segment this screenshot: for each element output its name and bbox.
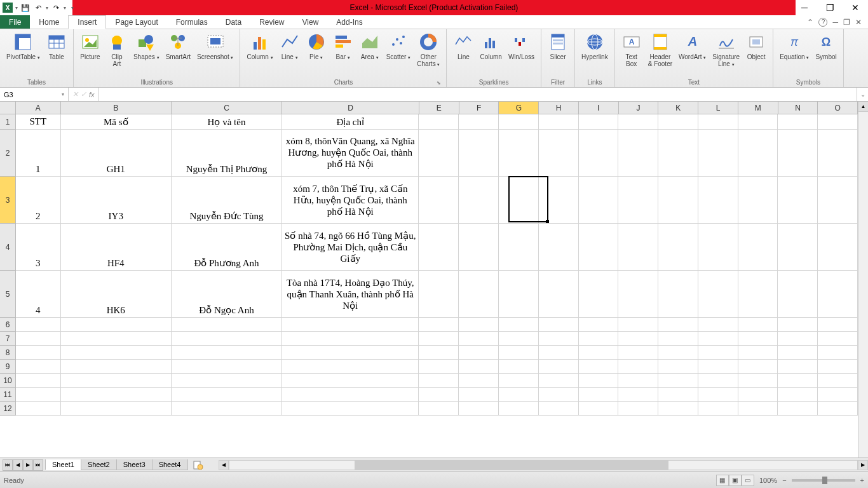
cell-M4[interactable]	[738, 224, 778, 271]
symbol-button[interactable]: ΩSymbol	[813, 30, 839, 78]
screenshot-button[interactable]: Screenshot ▾	[194, 30, 236, 78]
cell-O6[interactable]	[818, 318, 858, 332]
zoom-slider[interactable]	[792, 479, 855, 482]
cell-L8[interactable]	[698, 346, 738, 360]
cell-J1[interactable]	[618, 114, 658, 130]
cell-O7[interactable]	[818, 332, 858, 346]
row-header-10[interactable]: 10	[0, 374, 16, 388]
name-box-dropdown-icon[interactable]: ▾	[62, 92, 64, 97]
line-button[interactable]: Line ▾	[277, 30, 302, 78]
cell-N4[interactable]	[778, 224, 818, 271]
cell-I10[interactable]	[579, 374, 619, 388]
cell-E2[interactable]	[419, 130, 459, 177]
column-header-N[interactable]: N	[778, 102, 818, 114]
cell-A2[interactable]: 1	[16, 130, 61, 177]
tab-formulas[interactable]: Formulas	[167, 15, 217, 29]
tab-page-layout[interactable]: Page Layout	[106, 15, 166, 29]
dialog-launcher-icon[interactable]: ⬊	[437, 80, 441, 86]
sheet-last-icon[interactable]: ⏭	[33, 459, 43, 471]
tab-review[interactable]: Review	[250, 15, 293, 29]
close-button[interactable]: ✕	[843, 0, 868, 15]
cell-M6[interactable]	[738, 318, 778, 332]
cell-L4[interactable]	[698, 224, 738, 271]
tab-add-ins[interactable]: Add-Ins	[327, 15, 371, 29]
excel-logo-icon[interactable]: X	[3, 3, 13, 13]
cell-C2[interactable]: Nguyễn Thị Phương	[172, 130, 282, 177]
cell-N9[interactable]	[778, 360, 818, 374]
cell-G8[interactable]	[499, 346, 539, 360]
column-header-H[interactable]: H	[539, 102, 579, 114]
wordart-button[interactable]: AWordArt ▾	[676, 30, 709, 78]
cell-K12[interactable]	[658, 402, 698, 416]
zoom-out-button[interactable]: −	[782, 477, 786, 484]
cell-K10[interactable]	[658, 374, 698, 388]
equation-button[interactable]: πEquation ▾	[777, 30, 811, 78]
hscroll-track[interactable]	[229, 460, 858, 470]
cell-H5[interactable]	[539, 271, 579, 318]
cell-H11[interactable]	[539, 388, 579, 402]
cell-K8[interactable]	[658, 346, 698, 360]
cell-O9[interactable]	[818, 360, 858, 374]
cell-I8[interactable]	[579, 346, 619, 360]
cell-K6[interactable]	[658, 318, 698, 332]
picture-button[interactable]: Picture	[78, 30, 103, 78]
cell-E6[interactable]	[419, 318, 459, 332]
cell-A9[interactable]	[16, 360, 61, 374]
cell-N7[interactable]	[778, 332, 818, 346]
cell-I2[interactable]	[579, 130, 619, 177]
cell-G7[interactable]	[499, 332, 539, 346]
cell-B11[interactable]	[61, 388, 172, 402]
cell-C12[interactable]	[172, 402, 282, 416]
cell-H1[interactable]	[539, 114, 579, 130]
cell-E12[interactable]	[419, 402, 459, 416]
cell-I4[interactable]	[579, 224, 619, 271]
cell-B2[interactable]: GH1	[61, 130, 172, 177]
cell-A10[interactable]	[16, 374, 61, 388]
minimize-button[interactable]: ─	[792, 0, 817, 15]
cell-D2[interactable]: xóm 8, thônVăn Quang, xã Nghĩa Hương, hu…	[282, 130, 419, 177]
enter-formula-icon[interactable]: ✓	[81, 90, 86, 98]
column-header-M[interactable]: M	[738, 102, 778, 114]
cell-N3[interactable]	[778, 177, 818, 224]
cell-B4[interactable]: HF4	[61, 224, 172, 271]
sheet-tab-sheet4[interactable]: Sheet4	[152, 459, 188, 470]
cell-C1[interactable]: Họ và tên	[172, 114, 282, 130]
column-header-F[interactable]: F	[459, 102, 499, 114]
vertical-scrollbar[interactable]: ▲	[858, 102, 868, 458]
row-header-1[interactable]: 1	[0, 114, 16, 130]
cell-G10[interactable]	[499, 374, 539, 388]
cell-O5[interactable]	[818, 271, 858, 318]
name-box[interactable]: G3 ▾	[0, 88, 69, 101]
row-header-6[interactable]: 6	[0, 318, 16, 332]
cell-D12[interactable]	[282, 402, 419, 416]
cell-G5[interactable]	[499, 271, 539, 318]
tab-insert[interactable]: Insert	[68, 15, 106, 29]
cell-G9[interactable]	[499, 360, 539, 374]
formula-input[interactable]	[99, 88, 857, 101]
tab-home[interactable]: Home	[30, 15, 68, 29]
cell-F5[interactable]	[459, 271, 499, 318]
cell-G2[interactable]	[499, 130, 539, 177]
cell-O1[interactable]	[818, 114, 858, 130]
column-button[interactable]: Column	[477, 30, 504, 78]
cell-G12[interactable]	[499, 402, 539, 416]
table-button[interactable]: Table	[44, 30, 69, 78]
file-tab[interactable]: File	[0, 15, 30, 29]
cell-I11[interactable]	[579, 388, 619, 402]
object-button[interactable]: Object	[743, 30, 769, 78]
cell-H8[interactable]	[539, 346, 579, 360]
sheet-prev-icon[interactable]: ◀	[13, 459, 23, 471]
cell-J12[interactable]	[618, 402, 658, 416]
cell-B10[interactable]	[61, 374, 172, 388]
cells-area[interactable]: STTMã sốHọ và tênĐịa chỉ1GH1Nguyễn Thị P…	[16, 114, 858, 458]
cell-J5[interactable]	[618, 271, 658, 318]
cell-C10[interactable]	[172, 374, 282, 388]
cell-M11[interactable]	[738, 388, 778, 402]
cell-A7[interactable]	[16, 332, 61, 346]
cell-C11[interactable]	[172, 388, 282, 402]
cell-I6[interactable]	[579, 318, 619, 332]
cell-I7[interactable]	[579, 332, 619, 346]
column-header-I[interactable]: I	[579, 102, 619, 114]
cell-D5[interactable]: Tòa nhà 17T4, Hoàng Đạo Thúy, quận Thanh…	[282, 271, 419, 318]
cell-K1[interactable]	[658, 114, 698, 130]
